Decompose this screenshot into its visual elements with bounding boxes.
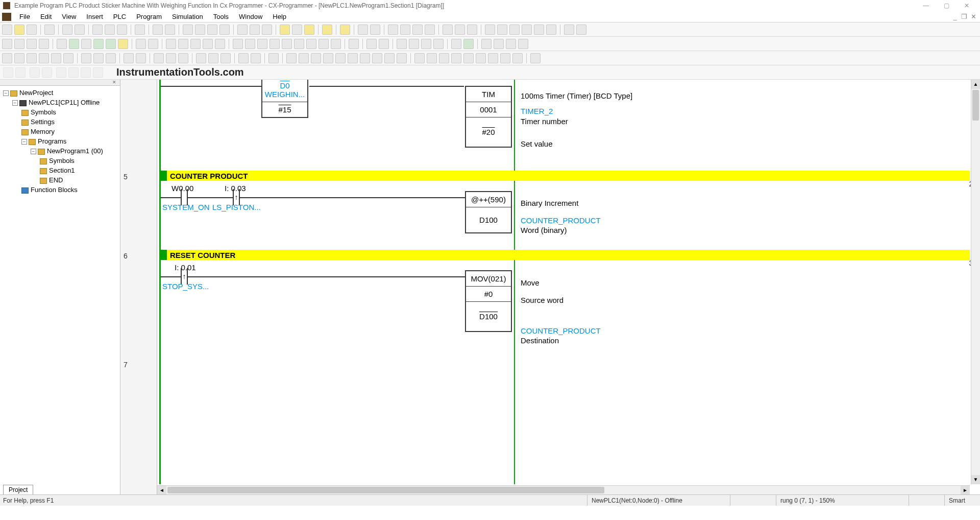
- menu-program[interactable]: Program: [131, 12, 167, 21]
- project-tab[interactable]: Project: [3, 485, 33, 494]
- wand3-icon[interactable]: [81, 67, 91, 78]
- align-top-icon[interactable]: [30, 67, 40, 78]
- goto-icon[interactable]: [207, 25, 217, 35]
- tree-symbols[interactable]: Symbols: [31, 108, 56, 116]
- menu-edit[interactable]: Edit: [35, 12, 57, 21]
- win3-icon[interactable]: [27, 53, 37, 63]
- horz-line-icon[interactable]: [245, 39, 255, 49]
- align1-icon[interactable]: [397, 39, 407, 49]
- help-icon[interactable]: [250, 25, 260, 35]
- pause2-icon[interactable]: [335, 53, 346, 63]
- addr16-icon[interactable]: [166, 53, 176, 63]
- win5-icon[interactable]: [51, 53, 61, 63]
- compare-icon[interactable]: [75, 25, 85, 35]
- mdi-restore-icon[interactable]: ❐: [960, 13, 969, 20]
- print-icon[interactable]: [62, 25, 72, 35]
- increment-box[interactable]: @++(590) D100: [465, 191, 512, 233]
- horizontal-scrollbar[interactable]: ◄ ►: [157, 485, 970, 494]
- scroll-left-icon[interactable]: ◄: [157, 486, 166, 494]
- view1-icon[interactable]: [124, 53, 134, 63]
- wand1-icon[interactable]: [56, 67, 66, 78]
- rung5-title[interactable]: COUNTER PRODUCT: [161, 171, 970, 181]
- addr32-icon[interactable]: [178, 53, 188, 63]
- align3-icon[interactable]: [421, 39, 431, 49]
- menu-view[interactable]: View: [57, 12, 81, 21]
- table1-icon[interactable]: [136, 39, 146, 49]
- zoom-in-icon[interactable]: [14, 39, 24, 49]
- a6-icon[interactable]: [476, 53, 486, 63]
- xfer-down-icon[interactable]: [322, 25, 332, 35]
- monitor4-icon[interactable]: [425, 25, 435, 35]
- minimize-button[interactable]: —: [916, 0, 936, 11]
- sym1-icon[interactable]: [481, 39, 492, 49]
- context-help-icon[interactable]: [262, 25, 272, 35]
- maximize-button[interactable]: ▢: [936, 0, 957, 11]
- menu-insert[interactable]: Insert: [81, 12, 108, 21]
- show-addr-icon[interactable]: [106, 39, 116, 49]
- contact-or-icon[interactable]: [203, 39, 213, 49]
- close-button[interactable]: ✕: [957, 0, 977, 11]
- indent-icon[interactable]: [15, 67, 26, 78]
- sym3-icon[interactable]: [506, 39, 516, 49]
- function-icon[interactable]: [282, 39, 292, 49]
- a1-icon[interactable]: [414, 53, 425, 63]
- menu-window[interactable]: Window: [234, 12, 267, 21]
- align-bot-icon[interactable]: [42, 67, 52, 78]
- corner-icon[interactable]: [318, 39, 329, 49]
- show-names-icon[interactable]: [93, 39, 104, 49]
- pause-icon[interactable]: [370, 25, 380, 35]
- a2-icon[interactable]: [427, 53, 437, 63]
- menu-help[interactable]: Help: [267, 12, 291, 21]
- contact-orn-icon[interactable]: [215, 39, 225, 49]
- addr10-icon[interactable]: [154, 53, 164, 63]
- contact-no-icon[interactable]: [178, 39, 188, 49]
- menu-simulation[interactable]: Simulation: [167, 12, 208, 21]
- open-file-icon[interactable]: [14, 25, 24, 35]
- a7-icon[interactable]: [488, 53, 498, 63]
- stepover-icon[interactable]: [360, 53, 370, 63]
- new-file-icon[interactable]: [2, 25, 12, 35]
- coil-icon[interactable]: [257, 39, 267, 49]
- sym2-icon[interactable]: [494, 39, 504, 49]
- win6-icon[interactable]: [63, 53, 74, 63]
- sym4-icon[interactable]: [518, 39, 528, 49]
- step-icon[interactable]: [348, 53, 358, 63]
- contact-nc-icon[interactable]: [190, 39, 201, 49]
- line-icon[interactable]: [306, 39, 316, 49]
- show-comments-icon[interactable]: [69, 39, 79, 49]
- warning-icon[interactable]: [280, 25, 290, 35]
- coil-not-icon[interactable]: [270, 39, 280, 49]
- tree-settings[interactable]: Settings: [31, 118, 55, 126]
- seq1-icon[interactable]: [81, 53, 91, 63]
- print-preview-icon[interactable]: [44, 25, 55, 35]
- debug2-icon[interactable]: [251, 53, 261, 63]
- up-icon[interactable]: [196, 53, 206, 63]
- return-icon[interactable]: [530, 53, 541, 63]
- window2-icon[interactable]: [455, 25, 465, 35]
- a3-icon[interactable]: [439, 53, 449, 63]
- pane-close-icon[interactable]: ✕: [111, 80, 118, 85]
- delete-icon[interactable]: [135, 25, 145, 35]
- ff-icon[interactable]: [384, 53, 395, 63]
- view2-icon[interactable]: [136, 53, 146, 63]
- palette-icon[interactable]: [118, 39, 128, 49]
- table2-icon[interactable]: [148, 39, 158, 49]
- win4-icon[interactable]: [39, 53, 49, 63]
- replace-icon[interactable]: [195, 25, 205, 35]
- menu-plc[interactable]: PLC: [108, 12, 131, 21]
- chart5-icon[interactable]: [534, 25, 544, 35]
- stepback-icon[interactable]: [299, 53, 309, 63]
- compile-all-icon[interactable]: [304, 25, 314, 35]
- find-icon[interactable]: [183, 25, 193, 35]
- align4-icon[interactable]: [433, 39, 444, 49]
- seq3-icon[interactable]: [106, 53, 116, 63]
- play-icon[interactable]: [311, 53, 321, 63]
- wand4-icon[interactable]: [93, 67, 103, 78]
- chart2-icon[interactable]: [497, 25, 507, 35]
- align2-icon[interactable]: [409, 39, 419, 49]
- compare-operand-box[interactable]: D0WEIGHIN... #15: [261, 80, 308, 118]
- a4-icon[interactable]: [451, 53, 461, 63]
- undo-icon[interactable]: [153, 25, 163, 35]
- tree-end[interactable]: END: [49, 176, 63, 184]
- online-icon[interactable]: [358, 25, 368, 35]
